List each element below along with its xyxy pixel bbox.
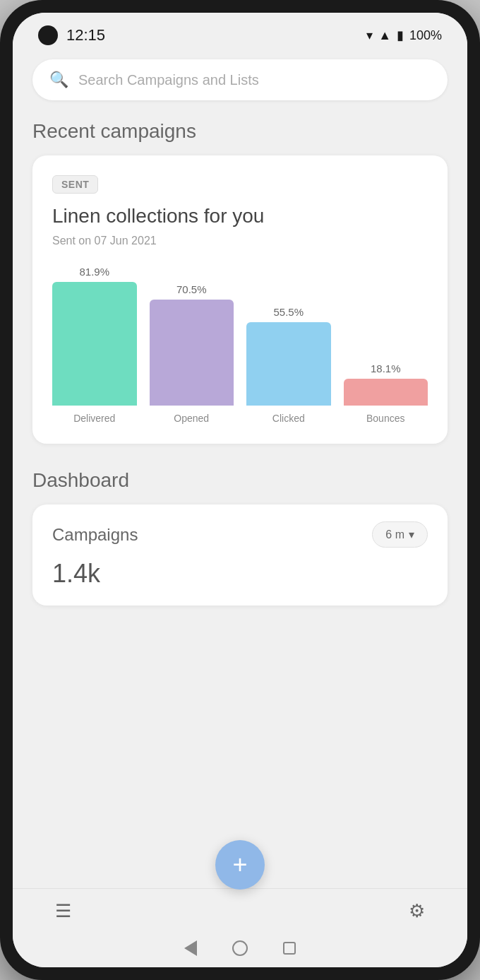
bar [52,282,137,406]
period-selector[interactable]: 6 m ▾ [372,521,428,548]
status-left: 12:15 [38,25,105,45]
dashboard-value: 1.4k [52,559,428,589]
dashboard-card-header: Campaigns 6 m ▾ [52,521,428,548]
search-icon: 🔍 [49,71,68,89]
back-button[interactable] [184,940,197,956]
campaigns-label: Campaigns [52,525,138,545]
bar [150,300,234,406]
home-button[interactable] [232,940,248,956]
status-right: ▾ ▲ ▮ 100% [366,28,442,43]
bar-col: 70.5%Opened [150,283,234,424]
recent-campaigns-title: Recent campaigns [32,120,448,143]
bar-col: 55.5%Clicked [246,306,331,424]
phone-frame: 12:15 ▾ ▲ ▮ 100% 🔍 Search Campaigns and … [0,0,480,980]
recents-button[interactable] [283,942,296,955]
bar-label-top: 70.5% [176,283,207,295]
bar-label-bottom: Bounces [366,413,404,424]
search-placeholder-text: Search Campaigns and Lists [78,72,259,88]
signal-icon: ▲ [378,28,391,43]
dashboard-section: Dashboard Campaigns 6 m ▾ 1.4k [32,469,448,606]
bar-label-bottom: Opened [174,413,209,424]
battery-icon: ▮ [397,28,404,43]
add-button[interactable]: + [215,840,265,890]
bar-chart: 81.9%Delivered70.5%Opened55.5%Clicked18.… [52,268,428,424]
scroll-content: 🔍 Search Campaigns and Lists Recent camp… [13,52,467,888]
battery-level: 100% [409,28,442,43]
campaign-date: Sent on 07 Jun 2021 [52,235,428,247]
fab-container: + [215,840,265,890]
period-value: 6 m [385,529,404,541]
bar-label-top: 55.5% [273,306,304,318]
bar-label-top: 81.9% [79,266,109,278]
dashboard-card: Campaigns 6 m ▾ 1.4k [32,504,448,606]
home-bar [13,933,467,967]
add-icon: + [232,850,247,880]
wifi-icon: ▾ [366,28,373,43]
search-bar[interactable]: 🔍 Search Campaigns and Lists [32,59,448,100]
bar [344,379,428,406]
campaign-card[interactable]: SENT Linen collections for you Sent on 0… [32,155,448,444]
bar-col: 81.9%Delivered [52,266,137,424]
camera-dot [38,25,58,45]
bar-label-top: 18.1% [371,362,401,374]
sent-badge: SENT [52,175,98,194]
dashboard-title: Dashboard [32,469,448,492]
campaign-title: Linen collections for you [52,203,428,229]
bar-label-bottom: Delivered [73,413,115,424]
bar [246,322,331,406]
status-time: 12:15 [66,26,105,45]
bar-label-bottom: Clicked [272,413,305,424]
bottom-nav: ☰ ⚙ [13,888,467,933]
chevron-down-icon: ▾ [409,528,414,541]
menu-icon[interactable]: ☰ [55,900,71,922]
bar-col: 18.1%Bounces [344,362,428,424]
settings-icon[interactable]: ⚙ [409,900,425,922]
status-bar: 12:15 ▾ ▲ ▮ 100% [13,13,467,52]
phone-screen: 12:15 ▾ ▲ ▮ 100% 🔍 Search Campaigns and … [13,13,467,967]
